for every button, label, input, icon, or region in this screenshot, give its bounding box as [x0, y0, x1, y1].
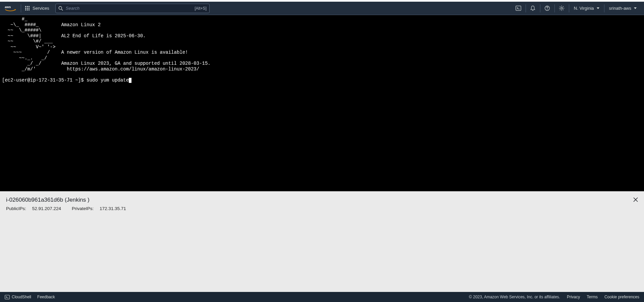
- close-panel-button[interactable]: [632, 196, 639, 203]
- region-label: N. Virginia: [574, 6, 594, 11]
- search-shortcut-hint: [Alt+S]: [195, 6, 207, 11]
- svg-rect-9: [29, 9, 30, 10]
- settings-button[interactable]: [555, 2, 569, 15]
- cloudshell-icon: [516, 5, 521, 11]
- cloudshell-footer-button[interactable]: CloudShell: [5, 295, 31, 300]
- terminal-command: sudo yum update: [87, 78, 129, 83]
- footer-copyright: © 2023, Amazon Web Services, Inc. or its…: [469, 295, 560, 299]
- public-ip-label: PublicIPs:: [6, 206, 26, 211]
- svg-point-15: [547, 9, 548, 10]
- chevron-down-icon: [634, 7, 637, 9]
- terminal-cursor: [129, 78, 131, 83]
- help-button[interactable]: [540, 2, 554, 15]
- feedback-link[interactable]: Feedback: [37, 295, 55, 299]
- account-menu[interactable]: srinath-aws: [604, 2, 641, 15]
- search-icon: [58, 6, 63, 11]
- services-label: Services: [33, 6, 49, 11]
- cloudshell-icon-button[interactable]: [512, 2, 526, 15]
- account-label: srinath-aws: [609, 6, 631, 11]
- svg-rect-2: [27, 6, 28, 7]
- close-icon: [633, 197, 638, 202]
- svg-rect-1: [25, 6, 26, 7]
- private-ip-value: 172.31.35.71: [100, 206, 126, 211]
- private-ip-label: PrivateIPs:: [72, 206, 94, 211]
- bell-icon: [530, 5, 536, 11]
- aws-logo[interactable]: aws: [0, 2, 21, 15]
- public-ip-value: 52.91.207.224: [32, 206, 61, 211]
- cloudshell-icon: [5, 295, 10, 300]
- svg-point-10: [59, 6, 62, 9]
- svg-rect-5: [27, 8, 28, 9]
- search-placeholder: Search: [66, 6, 195, 11]
- terminal-prompt: [ec2-user@ip-172-31-35-71 ~]$: [2, 78, 87, 83]
- cloudshell-footer-label: CloudShell: [12, 295, 31, 299]
- ssh-terminal[interactable]: #_ ~\_ ####_ Amazon Linux 2 ~~ \_#####\ …: [0, 15, 644, 191]
- services-menu-button[interactable]: Services: [21, 2, 53, 15]
- instance-info-panel: i-026060b961a361d6b (Jenkins ) PublicIPs…: [0, 191, 644, 292]
- aws-footer: CloudShell Feedback © 2023, Amazon Web S…: [0, 292, 644, 302]
- global-search-input[interactable]: Search [Alt+S]: [55, 4, 210, 13]
- aws-top-nav: aws Services Search [Alt+S]: [0, 2, 644, 15]
- instance-title: i-026060b961a361d6b (Jenkins ): [6, 197, 638, 203]
- svg-point-16: [561, 7, 562, 9]
- privacy-link[interactable]: Privacy: [567, 295, 580, 299]
- svg-rect-4: [25, 8, 26, 9]
- terms-link[interactable]: Terms: [587, 295, 598, 299]
- cookie-prefs-link[interactable]: Cookie preferences: [604, 295, 639, 299]
- notifications-button[interactable]: [526, 2, 540, 15]
- instance-ips: PublicIPs: 52.91.207.224 PrivateIPs: 172…: [6, 206, 638, 211]
- svg-rect-3: [29, 6, 30, 7]
- terminal-motd: #_ ~\_ ####_ Amazon Linux 2 ~~ \_#####\ …: [2, 16, 211, 72]
- svg-rect-6: [29, 8, 30, 9]
- svg-rect-7: [25, 9, 26, 10]
- svg-text:aws: aws: [5, 5, 11, 9]
- chevron-down-icon: [597, 7, 599, 9]
- help-icon: [544, 5, 550, 11]
- svg-line-11: [61, 9, 63, 10]
- region-selector[interactable]: N. Virginia: [569, 2, 604, 15]
- svg-rect-8: [27, 9, 28, 10]
- gear-icon: [559, 5, 565, 11]
- grid-icon: [25, 6, 30, 11]
